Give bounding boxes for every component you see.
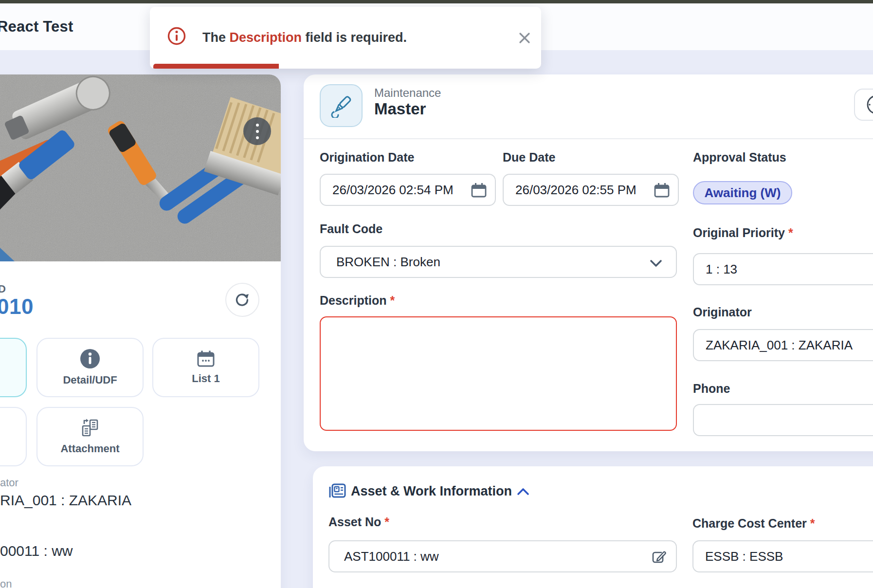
- refresh-button[interactable]: [225, 283, 259, 317]
- record-id-value: 010: [0, 294, 34, 319]
- original-priority-label: Original Priority *: [693, 226, 793, 240]
- phone-input[interactable]: [693, 404, 873, 436]
- module-category: Maintenance: [374, 86, 441, 100]
- calendar-icon[interactable]: [654, 182, 670, 199]
- nav-button-list-1[interactable]: List 1: [152, 338, 259, 397]
- due-date-label: Due Date: [503, 150, 555, 165]
- asset-section-title: Asset & Work Information: [351, 484, 512, 499]
- asset-work-info-card: Asset & Work Information Asset No * AST1…: [313, 466, 873, 588]
- record-id-label: ID: [0, 283, 6, 295]
- description-label-cut: on: [0, 578, 12, 588]
- asset-value-cut: 00011 : ww: [0, 543, 73, 559]
- asset-no-input[interactable]: AST100011 : ww: [328, 540, 677, 572]
- originator-value: ZAKARIA_001 : ZAKARIA: [706, 338, 853, 353]
- charge-cost-center-input[interactable]: ESSB : ESSB: [692, 540, 873, 572]
- nav-button-detail-udf[interactable]: Detail/UDF: [36, 338, 144, 397]
- required-asterisk: *: [390, 294, 395, 307]
- asset-photo: [0, 74, 281, 261]
- description-label: Description *: [320, 294, 395, 308]
- toast-message: The Description field is required.: [202, 30, 407, 45]
- tools-photo-illustration: [0, 74, 281, 261]
- app-title: React Test: [0, 18, 73, 36]
- originator-label-cut: ator: [0, 477, 18, 489]
- asset-no-value: AST100011 : ww: [344, 549, 439, 564]
- header-corner-button[interactable]: [854, 89, 873, 121]
- required-asterisk: *: [788, 226, 793, 239]
- info-circle-icon: [167, 27, 186, 45]
- screen: React Test: [0, 0, 873, 588]
- calendar-list-icon: [197, 350, 215, 368]
- nav-button-master-selected[interactable]: [0, 338, 27, 397]
- charge-cost-center-label: Charge Cost Center *: [692, 516, 815, 531]
- nav-button-attachment[interactable]: Attachment: [36, 407, 144, 466]
- approval-status-value: Awaiting (W): [705, 185, 781, 201]
- nav-button-label: Detail/UDF: [63, 374, 117, 386]
- phone-label: Phone: [693, 382, 730, 396]
- chevron-down-icon: [650, 259, 662, 267]
- validation-toast: The Description field is required.: [150, 7, 541, 69]
- chevron-up-icon[interactable]: [517, 487, 529, 496]
- required-asterisk: *: [384, 515, 389, 529]
- attachment-docs-icon: [80, 418, 100, 438]
- header-divider: [304, 138, 873, 139]
- clock-icon: [855, 90, 873, 120]
- info-circle-icon: [80, 349, 100, 369]
- nav-button-label: List 1: [192, 372, 219, 385]
- pen-icon: [329, 93, 353, 118]
- nav-button-label: Attachment: [60, 442, 119, 455]
- originator-label: Originator: [693, 305, 752, 319]
- approval-status-badge: Awaiting (W): [693, 181, 792, 204]
- close-icon: [518, 32, 531, 44]
- asset-summary-card: ID 010 Detail/UDF Li: [0, 74, 281, 588]
- toast-field-name: Description: [230, 30, 302, 45]
- calendar-icon[interactable]: [471, 182, 487, 199]
- charge-cost-center-value: ESSB : ESSB: [705, 549, 783, 564]
- origination-date-value: 26/03/2026 02:54 PM: [332, 183, 454, 198]
- originator-value-cut: RIA_001 : ZAKARIA: [0, 492, 131, 509]
- module-title: Master: [374, 100, 426, 118]
- required-asterisk: *: [810, 516, 815, 530]
- fault-code-select[interactable]: BROKEN : Broken: [320, 246, 677, 278]
- id-card-icon: [328, 483, 346, 499]
- top-window-strip: [0, 0, 873, 3]
- due-date-input[interactable]: 26/03/2026 02:55 PM: [503, 174, 679, 206]
- original-priority-value: 1 : 13: [706, 262, 737, 277]
- toast-close-button[interactable]: [516, 30, 533, 46]
- originator-input[interactable]: ZAKARIA_001 : ZAKARIA: [693, 329, 873, 361]
- edit-icon[interactable]: [651, 549, 667, 566]
- asset-no-label: Asset No *: [328, 515, 389, 529]
- fault-code-value: BROKEN : Broken: [336, 255, 440, 270]
- due-date-value: 26/03/2026 02:55 PM: [515, 183, 637, 198]
- nav-button-cut[interactable]: [0, 407, 27, 466]
- approval-status-label: Approval Status: [693, 150, 786, 165]
- origination-date-label: Origination Date: [320, 150, 414, 165]
- photo-menu-button[interactable]: [243, 117, 271, 145]
- origination-date-input[interactable]: 26/03/2026 02:54 PM: [320, 174, 496, 206]
- refresh-icon: [234, 292, 251, 308]
- fault-code-label: Fault Code: [320, 222, 382, 236]
- maintenance-master-card: Maintenance Master Origination Date 26/0…: [304, 74, 873, 451]
- module-icon-box: [320, 84, 363, 127]
- kebab-menu-icon: [256, 124, 259, 139]
- original-priority-input[interactable]: 1 : 13: [693, 253, 873, 285]
- description-textarea[interactable]: [320, 316, 677, 431]
- asset-section-header[interactable]: Asset & Work Information: [328, 483, 529, 499]
- toast-progress-bar: [153, 64, 279, 69]
